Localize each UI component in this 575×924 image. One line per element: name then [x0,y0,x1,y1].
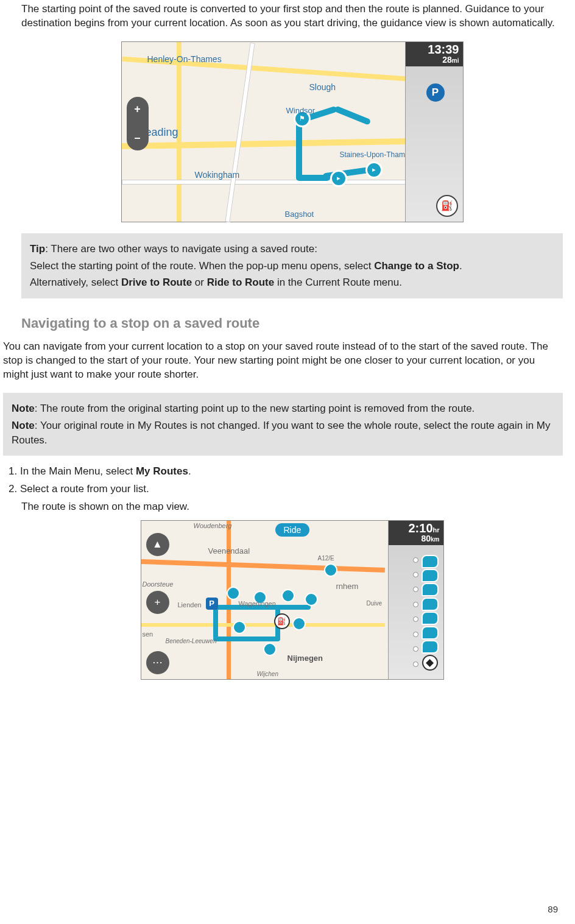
map-screenshot-1: ⚑ ▸ ▸ Henley-On-Thames Slough Windsor Re… [121,41,464,222]
map-sidebar: 2:10hr 80km ◆ [388,521,443,679]
eta-time: 13:39 [409,43,459,55]
map-sidebar: 13:39 28mi P ⛽ [405,42,463,222]
map-label: Wageningen [239,600,276,607]
compass-icon[interactable]: ▲ [146,533,169,556]
map-screenshot-2: P ⛽ Ride Woudenberg Veenendaal A12/E Doo… [141,520,444,680]
tip-box: Tip: There are two other ways to navigat… [21,233,563,298]
map-label: Wokingham [195,170,240,180]
map-label: Staines-Upon-Thames [340,150,413,159]
menu-icon[interactable]: ⋯ [146,651,169,674]
map-label: Doorsteue [143,580,174,588]
fuel-icon: ⛽ [436,195,458,217]
page-number: 89 [548,904,558,914]
step-item: Select a route from your list. [20,482,563,497]
zoom-in-icon[interactable]: + [134,103,141,116]
step-item: In the Main Menu, select My Routes. [20,464,563,479]
section-paragraph: You can navigate from your current locat… [3,340,563,382]
map-label: Veenendaal [208,546,250,555]
section-heading: Navigating to a stop on a saved route [21,316,563,331]
map-label: Nijmegen [288,654,323,663]
zoom-control[interactable]: + – [127,97,149,150]
zoom-in-icon[interactable]: + [146,591,169,614]
parking-icon: P [206,598,218,610]
flag-pin-icon: ▸ [365,161,383,178]
map-label: Lienden [178,601,202,608]
flag-pin-icon: ▸ [330,170,347,187]
step-subtext: The route is shown on the map view. [21,499,563,514]
ride-button[interactable]: Ride [275,523,310,537]
map-label: Windsor [286,106,316,115]
map-label: Henley-On-Thames [147,54,222,64]
eta-time: 2:10hr [392,522,440,534]
zoom-out-icon[interactable]: – [134,132,140,144]
eta-distance: 80km [392,534,440,543]
parking-icon: P [426,83,445,102]
map-label: A12/E [318,555,334,562]
map-label: Beneden-Leeuwen [166,638,217,644]
eta-distance: 28mi [409,55,459,64]
note-box: Note: The route from the original starti… [3,393,563,456]
map-label: Slough [309,82,336,92]
map-label: Wijchen [257,671,278,677]
map-label: sen [143,630,153,638]
map-label: rnhem [336,582,359,591]
fuel-icon: ⛽ [274,613,290,629]
map-label: Duive [367,600,383,607]
map-label: Woudenberg [194,522,232,529]
intro-paragraph: The starting point of the saved route is… [21,2,563,30]
map-label: Bagshot [285,210,314,219]
